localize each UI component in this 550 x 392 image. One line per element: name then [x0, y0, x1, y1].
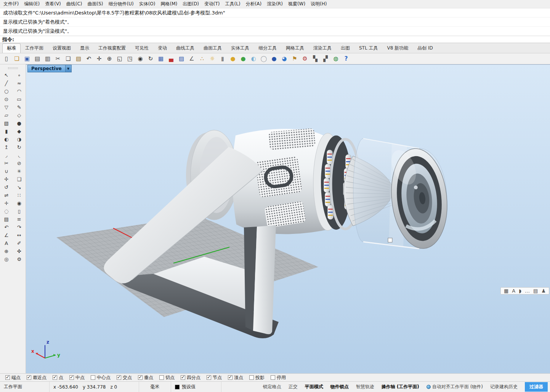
cut-icon[interactable]: ✂	[53, 54, 63, 63]
point-icon[interactable]: ∘	[13, 71, 26, 79]
earth-icon[interactable]: ◍	[331, 54, 341, 63]
shaded-view-icon[interactable]: ●	[228, 54, 238, 63]
status-toggle[interactable]: 记录建构历史	[490, 384, 518, 390]
ribbon-tab[interactable]: 出图	[336, 43, 354, 53]
osnap-toggle[interactable]: 中心点	[91, 374, 111, 381]
new-file-icon[interactable]: ▯	[2, 54, 11, 63]
menu-item[interactable]: 说明(H)	[308, 0, 329, 8]
more-options-icon[interactable]: …	[525, 288, 530, 293]
ribbon-tab[interactable]: 显示	[75, 43, 94, 53]
explode-icon[interactable]: ✳	[13, 167, 26, 175]
circle-icon[interactable]: ○	[0, 87, 13, 95]
layer-pane[interactable]: 预设值	[171, 382, 221, 392]
ribbon-tab[interactable]: 品创 ID	[413, 43, 438, 53]
menu-item[interactable]: 分析(A)	[243, 0, 265, 8]
annotate-icon[interactable]: ✐	[13, 239, 26, 247]
osnap-toggle[interactable]: 停用	[271, 374, 286, 381]
redo-small-icon[interactable]: ↷	[13, 223, 26, 231]
zoom-window-icon[interactable]: ◱	[115, 54, 125, 63]
osnap-toggle[interactable]: 投影	[249, 374, 265, 381]
menu-item[interactable]: 渲染(R)	[264, 0, 285, 8]
lock-icon[interactable]: ▮	[218, 54, 228, 63]
text-tool-icon[interactable]: A	[0, 239, 13, 247]
help-icon[interactable]: ?	[341, 54, 351, 63]
curve-edit-icon[interactable]: ✎	[13, 103, 26, 111]
open-file-icon[interactable]: ❏	[12, 54, 22, 63]
gumball-toggle-icon[interactable]: ✛	[0, 199, 13, 207]
osnap-toggle[interactable]: 切点	[159, 374, 175, 381]
gumball-icon[interactable]: ▞	[321, 54, 330, 63]
rendered-view-icon[interactable]: ●	[238, 54, 248, 63]
menu-item[interactable]: 变动(T)	[202, 0, 223, 8]
box-icon[interactable]: ▧	[0, 119, 13, 127]
osnap-toggle[interactable]: 交点	[117, 374, 132, 381]
status-toggle[interactable]: 锁定格点	[263, 384, 281, 390]
ribbon-tab[interactable]: V8 新功能	[382, 43, 413, 53]
status-toggle[interactable]: 操作轴 (工作平面)	[382, 384, 419, 390]
checkbox-icon[interactable]	[181, 375, 185, 380]
osnap-tool-icon[interactable]: ◎	[0, 255, 13, 263]
rotate-view-icon[interactable]: ↻	[146, 54, 156, 63]
curve-icon[interactable]: ≈	[13, 79, 26, 87]
status-toggle[interactable]: 智慧轨迹	[356, 384, 374, 390]
ribbon-tab[interactable]: 设置视图	[48, 43, 75, 53]
protractor-icon[interactable]: ∠	[187, 54, 197, 63]
keyboard-icon[interactable]: ▤	[533, 288, 538, 293]
pan-icon[interactable]: ✛	[94, 54, 104, 63]
surface-corner-icon[interactable]: ◇	[13, 111, 26, 119]
zoom-selected-icon[interactable]: ◉	[135, 54, 145, 63]
cplane-pane[interactable]: 工作平面	[0, 382, 50, 392]
menu-item[interactable]: 出图(D)	[180, 0, 202, 8]
status-toggle[interactable]: 平面模式	[305, 384, 323, 390]
solid-tools-icon[interactable]: ◆	[13, 127, 26, 135]
analyze-icon[interactable]: ▨	[176, 54, 186, 63]
lamp-icon[interactable]: ☼	[207, 54, 217, 63]
sphere-icon[interactable]: ●	[13, 119, 26, 127]
undo-icon[interactable]: ↶	[84, 54, 94, 63]
ribbon-tab[interactable]: 工作平面	[21, 43, 48, 53]
rotate-icon[interactable]: ↺	[0, 183, 13, 191]
extrude-icon[interactable]: ↥	[0, 143, 13, 151]
checkbox-icon[interactable]	[249, 375, 254, 380]
checkbox-icon[interactable]	[117, 375, 121, 380]
shade-icon[interactable]: ◗	[519, 288, 521, 293]
print-icon[interactable]: ▤	[32, 54, 42, 63]
ribbon-tab[interactable]: STL 工具	[354, 43, 382, 53]
select-arrow-icon[interactable]: ↖	[0, 71, 13, 79]
angle-icon[interactable]: ∠	[0, 231, 13, 239]
osnap-toggle[interactable]: 垂点	[138, 374, 153, 381]
vehicle-icon[interactable]: ▄	[166, 54, 176, 63]
surface-icon[interactable]: ▱	[0, 111, 13, 119]
ribbon-tab[interactable]: 标准	[2, 43, 21, 53]
checkbox-icon[interactable]	[228, 375, 233, 380]
checkbox-icon[interactable]	[207, 375, 211, 380]
show-icon[interactable]: ◉	[13, 199, 26, 207]
boolean-difference-icon[interactable]: ◑	[13, 135, 26, 143]
checkbox-icon[interactable]	[5, 375, 10, 380]
osnap-toggle[interactable]: 节点	[207, 374, 222, 381]
status-toggle[interactable]: 自动对齐工作平面 (物件)	[427, 384, 483, 390]
checkbox-icon[interactable]	[271, 375, 275, 380]
ribbon-tab[interactable]: 实体工具	[226, 43, 254, 53]
menu-item[interactable]: 工具(L)	[223, 0, 243, 8]
checkbox-icon[interactable]	[159, 375, 164, 380]
osnap-toggle[interactable]: 顶点	[228, 374, 243, 381]
lock-object-icon[interactable]: ▯	[13, 207, 26, 215]
viewport-tab[interactable]: Perspective ▼	[27, 65, 72, 72]
checkbox-icon[interactable]	[27, 375, 31, 380]
status-toggle[interactable]: 物件锁点	[330, 384, 349, 390]
command-prompt[interactable]: 指令:	[0, 36, 550, 43]
ribbon-tab[interactable]: 可见性	[130, 43, 153, 53]
flag-icon[interactable]: ⚑	[290, 54, 300, 63]
menu-item[interactable]: 网格(M)	[158, 0, 180, 8]
osnap-toggle[interactable]: 点	[53, 374, 63, 381]
mirror-icon[interactable]: ⇌	[0, 191, 13, 199]
people-icon[interactable]: ♟	[541, 288, 546, 293]
units-pane[interactable]: 毫米	[139, 382, 171, 392]
zoom-dynamic-icon[interactable]: ⊕	[104, 54, 114, 63]
fillet-icon[interactable]: ◞	[0, 151, 13, 159]
properties-icon[interactable]: ≡	[13, 215, 26, 223]
ribbon-tab[interactable]: 工作视窗配置	[94, 43, 130, 53]
osnap-toggle[interactable]: 最近点	[27, 374, 47, 381]
hide-icon[interactable]: ◌	[0, 207, 13, 215]
